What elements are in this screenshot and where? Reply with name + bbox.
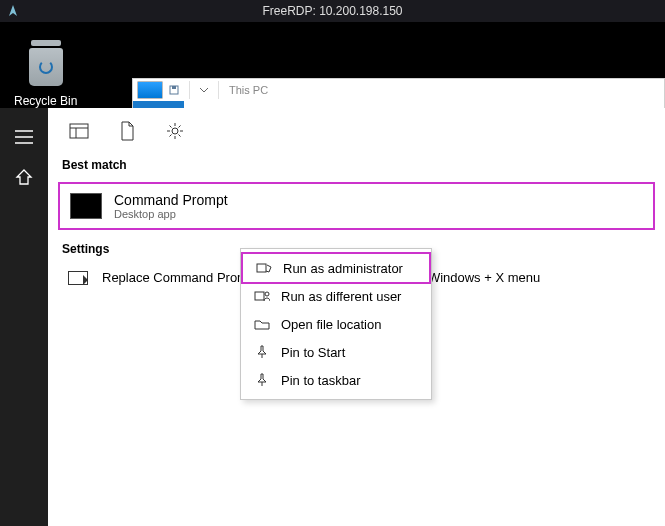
ctx-run-as-different-user[interactable]: Run as different user bbox=[241, 282, 431, 310]
breadcrumb[interactable]: This PC bbox=[229, 84, 268, 96]
remote-title: FreeRDP: 10.200.198.150 bbox=[262, 4, 402, 18]
svg-point-8 bbox=[265, 292, 269, 296]
pin-start-icon bbox=[253, 344, 271, 360]
swap-icon bbox=[68, 271, 88, 285]
user-icon bbox=[253, 288, 271, 304]
home-icon[interactable] bbox=[15, 168, 33, 186]
svg-rect-7 bbox=[255, 292, 264, 300]
recycle-bin-label: Recycle Bin bbox=[14, 94, 77, 108]
svg-rect-2 bbox=[70, 124, 88, 138]
result-title: Command Prompt bbox=[114, 192, 228, 208]
start-sidebar bbox=[0, 108, 48, 526]
documents-filter-icon[interactable] bbox=[116, 120, 138, 142]
this-pc-icon[interactable] bbox=[137, 81, 163, 99]
settings-filter-icon[interactable] bbox=[164, 120, 186, 142]
svg-rect-6 bbox=[257, 264, 266, 272]
result-subtitle: Desktop app bbox=[114, 208, 228, 220]
recycle-bin-icon bbox=[25, 40, 67, 88]
command-prompt-icon bbox=[70, 193, 102, 219]
apps-filter-icon[interactable] bbox=[68, 120, 90, 142]
remote-titlebar: FreeRDP: 10.200.198.150 bbox=[0, 0, 665, 22]
dropdown-icon[interactable] bbox=[200, 86, 208, 94]
ctx-pin-to-taskbar[interactable]: Pin to taskbar bbox=[241, 366, 431, 394]
ctx-open-file-location[interactable]: Open file location bbox=[241, 310, 431, 338]
ctx-run-as-administrator[interactable]: Run as administrator bbox=[241, 252, 431, 284]
section-best-match: Best match bbox=[48, 150, 665, 178]
context-menu: Run as administrator Run as different us… bbox=[240, 248, 432, 400]
svg-point-5 bbox=[172, 128, 178, 134]
ctx-pin-to-start[interactable]: Pin to Start bbox=[241, 338, 431, 366]
pin-taskbar-icon bbox=[253, 372, 271, 388]
freerdp-icon bbox=[6, 4, 20, 18]
save-icon[interactable] bbox=[169, 85, 179, 95]
admin-shield-icon bbox=[255, 260, 273, 276]
result-command-prompt[interactable]: Command Prompt Desktop app bbox=[58, 182, 655, 230]
svg-rect-1 bbox=[172, 86, 176, 89]
recycle-bin[interactable]: Recycle Bin bbox=[14, 40, 77, 108]
folder-icon bbox=[253, 316, 271, 332]
hamburger-icon[interactable] bbox=[15, 130, 33, 144]
